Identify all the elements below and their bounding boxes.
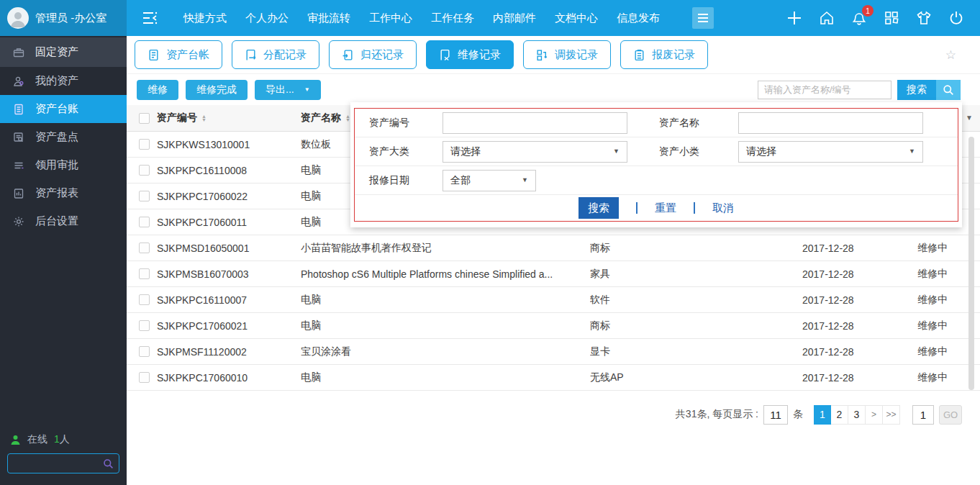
theme-shirt-icon[interactable] <box>916 10 932 26</box>
apps-icon[interactable] <box>884 10 899 26</box>
online-status: 在线 1人 <box>10 433 117 446</box>
row-checkbox[interactable] <box>139 139 150 150</box>
nav-approval-flow[interactable]: 审批流转 <box>298 0 360 36</box>
goto-page-input[interactable] <box>912 405 934 425</box>
repair-date-select[interactable]: 全部 ▼ <box>443 170 536 191</box>
table-row[interactable]: SJKPMSF11120002 宝贝涂涂看 显卡 2017-12-28 维修中 <box>127 339 980 365</box>
nav-shortcuts[interactable]: 快捷方式 <box>174 0 236 36</box>
row-checkbox[interactable] <box>139 320 150 331</box>
asset-name: 电脑 <box>301 294 590 307</box>
asset-code-input[interactable] <box>443 112 627 134</box>
search-icon[interactable] <box>103 458 114 469</box>
sidebar-item-fixed-assets[interactable]: 固定资产 <box>0 37 127 67</box>
popup-reset-button[interactable]: 重置 <box>655 201 676 215</box>
sidebar-item-asset-ledger[interactable]: 资产台账 <box>0 95 127 123</box>
sort-icon[interactable]: ▲▼ <box>345 114 350 122</box>
asset-code: SJKPKPC17060021 <box>157 320 301 332</box>
home-icon[interactable] <box>819 10 835 26</box>
table-row[interactable]: SJKPMSD16050001 小苗苗智能故事机著作权登记 商标 2017-12… <box>127 235 980 261</box>
popup-search-button[interactable]: 搜索 <box>579 197 619 219</box>
tab-transfer-records[interactable]: 调拨记录 <box>523 40 611 69</box>
table-scrollbar[interactable] <box>968 137 974 390</box>
asset-category: 商标 <box>590 242 802 255</box>
next-page-button[interactable]: > <box>866 405 883 425</box>
row-checkbox[interactable] <box>139 268 150 279</box>
sidebar-item-approval[interactable]: 领用审批 <box>0 151 127 179</box>
repair-button[interactable]: 维修 <box>137 80 178 100</box>
sidebar-item-asset-inventory[interactable]: 资产盘点 <box>0 123 127 151</box>
page-button-1[interactable]: 1 <box>814 405 831 425</box>
filter-popup: 资产编号 资产名称 资产大类 请选择 ▼ 资产小类 请选择 ▼ 报修日期 <box>350 102 962 227</box>
nav-work-tasks[interactable]: 工作任务 <box>422 0 484 36</box>
nav-internal-mail[interactable]: 内部邮件 <box>484 0 545 36</box>
sidebar-item-label: 资产台账 <box>35 102 78 116</box>
tab-label: 归还记录 <box>360 48 404 62</box>
row-checkbox[interactable] <box>139 346 150 357</box>
row-checkbox[interactable] <box>139 165 150 176</box>
asset-name-input[interactable] <box>738 112 923 134</box>
collapse-menu-icon[interactable] <box>141 10 160 26</box>
bell-icon[interactable]: 1 <box>851 10 867 26</box>
divider <box>636 202 638 214</box>
sidebar-item-my-assets[interactable]: 我的资产 <box>0 67 127 95</box>
repair-done-button[interactable]: 维修完成 <box>186 80 248 100</box>
row-checkbox[interactable] <box>139 242 150 253</box>
tab-scrap-records[interactable]: 报废记录 <box>620 40 708 69</box>
nav-work-center[interactable]: 工作中心 <box>360 0 422 36</box>
page-button-2[interactable]: 2 <box>831 405 848 425</box>
select-all-checkbox[interactable] <box>139 113 150 124</box>
asset-name: 宝贝涂涂看 <box>301 345 590 358</box>
quick-search-input[interactable] <box>758 81 891 99</box>
pagination: 共31条, 每页显示 : 条 1 2 3 > >> GO <box>676 404 962 425</box>
tab-return-records[interactable]: 归还记录 <box>329 40 417 69</box>
category-select[interactable]: 请选择 ▼ <box>443 141 627 163</box>
asset-category: 商标 <box>590 319 802 332</box>
nav-personal-office[interactable]: 个人办公 <box>236 0 298 36</box>
page-size-input[interactable] <box>763 405 788 425</box>
nav-document-center[interactable]: 文档中心 <box>545 0 607 36</box>
export-button[interactable]: 导出... ▼ <box>255 80 321 100</box>
row-checkbox[interactable] <box>139 217 150 227</box>
sidebar-search-input[interactable] <box>8 458 103 469</box>
sidebar-item-settings[interactable]: 后台设置 <box>0 207 127 235</box>
menu-toggle-icon[interactable] <box>692 7 714 29</box>
popup-row-3: 报修日期 全部 ▼ <box>355 166 958 195</box>
asset-code: SJKPMSD16050001 <box>157 242 301 254</box>
favorite-star-icon[interactable]: ☆ <box>945 47 956 63</box>
pagination-summary: 共31条, 每页显示 : <box>676 408 758 421</box>
repair-date-label: 报修日期 <box>355 174 443 187</box>
table-row[interactable]: SJKPKPC17060021 电脑 商标 2017-12-28 维修中 <box>127 313 980 339</box>
user-area[interactable]: 管理员 -办公室 <box>0 0 127 36</box>
nav-info-publish[interactable]: 信息发布 <box>607 0 669 36</box>
quick-search-button[interactable]: 搜索 <box>897 80 961 100</box>
power-icon[interactable] <box>948 10 964 26</box>
row-checkbox[interactable] <box>139 294 150 305</box>
sort-icon[interactable]: ▲▼ <box>201 114 207 122</box>
sidebar: 固定资产 我的资产 资产台账 资产盘点 领用审批 资产报表 后台设置 <box>0 36 127 485</box>
asset-name: 电脑 <box>301 371 590 384</box>
topbar-icons: 1 <box>786 10 964 26</box>
inventory-icon <box>13 132 24 143</box>
plus-icon[interactable] <box>786 10 802 26</box>
tab-assign-records[interactable]: 分配记录 <box>232 40 319 69</box>
popup-buttons: 搜索 重置 取消 <box>355 195 958 221</box>
last-page-button[interactable]: >> <box>883 405 900 425</box>
page-size-unit: 条 <box>793 408 803 421</box>
tab-repair-records[interactable]: 维修记录 <box>426 40 514 69</box>
col-header-code[interactable]: 资产编号 <box>157 112 197 124</box>
column-settings-icon[interactable]: ▼ <box>966 114 973 122</box>
page-button-3[interactable]: 3 <box>848 405 866 425</box>
go-button[interactable]: GO <box>939 405 962 425</box>
table-row[interactable]: SJKPMSB16070003 Photoshop cS6 Multiple P… <box>127 261 980 287</box>
sidebar-item-asset-reports[interactable]: 资产报表 <box>0 179 127 207</box>
tab-asset-ledger[interactable]: 资产台帐 <box>135 40 222 69</box>
subcategory-select[interactable]: 请选择 ▼ <box>738 141 923 163</box>
table-row[interactable]: SJKPKPC17060010 电脑 无线AP 2017-12-28 维修中 <box>127 365 980 391</box>
quick-search: 搜索 <box>758 80 961 100</box>
row-checkbox[interactable] <box>139 191 150 201</box>
col-header-name[interactable]: 资产名称 <box>301 112 341 124</box>
table-row[interactable]: SJKPKPC16110007 电脑 软件 2017-12-28 维修中 <box>127 287 980 313</box>
tab-label: 维修记录 <box>458 48 501 62</box>
popup-cancel-button[interactable]: 取消 <box>712 201 734 215</box>
row-checkbox[interactable] <box>139 372 150 383</box>
